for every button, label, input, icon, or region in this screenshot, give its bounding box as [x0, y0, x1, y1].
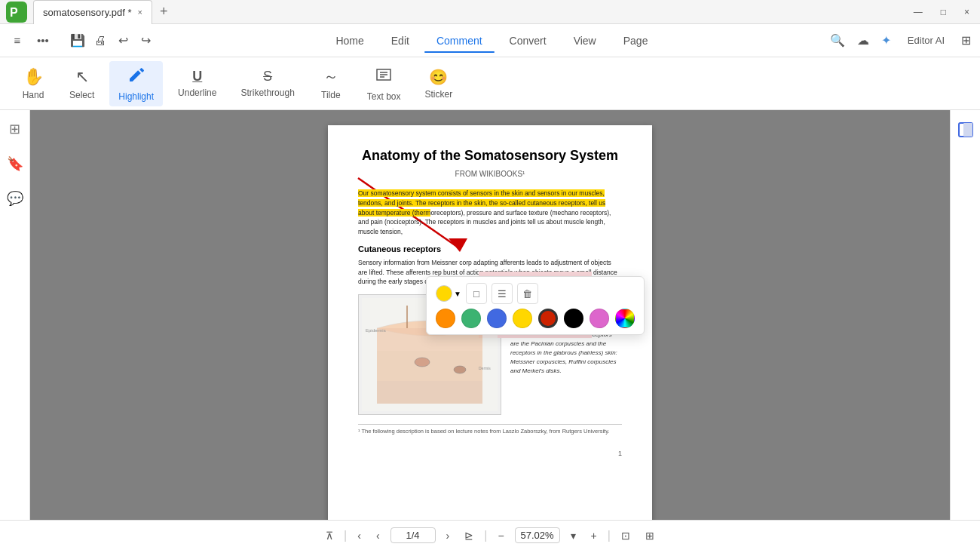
cloud-btn[interactable]: ☁ [854, 30, 872, 51]
titlebar: P somatosensory.pdf * × + — □ × [0, 0, 980, 24]
tilde-tool-btn[interactable]: ～ Tilde [310, 62, 352, 105]
main-nav: Home Edit Comment Convert View Page [157, 30, 827, 51]
left-sidebar: ⊞ 🔖 💬 [0, 110, 30, 520]
nav-page[interactable]: Page [611, 30, 660, 51]
editor-ai-label: Editor AI [908, 35, 945, 46]
strikethrough-tool-btn[interactable]: S Strikethrough [231, 64, 303, 103]
tilde-label: Tilde [321, 90, 341, 100]
zoom-level-input[interactable] [515, 527, 560, 543]
svg-text:Epidermis: Epidermis [366, 328, 386, 333]
zoom-out-btn[interactable]: − [493, 527, 508, 545]
maximize-btn[interactable]: □ [936, 5, 951, 19]
pdf-footnote: ¹ The following description is based on … [358, 424, 622, 435]
color-selector[interactable]: ▼ [436, 285, 461, 302]
go-last-page-btn[interactable]: ⊵ [460, 527, 478, 545]
textbox-label: Text box [367, 91, 401, 102]
svg-text:Dermis: Dermis [479, 366, 491, 370]
popup-delete-btn[interactable]: 🗑 [517, 283, 538, 304]
select-icon: ↖ [75, 67, 89, 87]
color-black[interactable] [564, 309, 583, 328]
menubar-left: ≡ ••• [6, 29, 54, 52]
save-btn[interactable]: 💾 [66, 29, 89, 52]
color-green[interactable] [461, 309, 481, 328]
popup-note-btn[interactable]: ☰ [492, 283, 513, 304]
highlighted-content: Our somatosensory system consists of sen… [358, 189, 605, 217]
highlight-icon [127, 66, 145, 88]
nav-view[interactable]: View [562, 30, 608, 51]
color-yellow[interactable] [513, 309, 532, 328]
search-btn[interactable]: 🔍 [827, 30, 848, 51]
main-content: ⊞ 🔖 💬 Anatomy of the Somatosensory Syste… [0, 110, 980, 520]
divider-1: | [344, 529, 347, 542]
right-sidebar [950, 110, 980, 520]
hand-tool-btn[interactable]: ✋ Hand [12, 63, 54, 105]
print-btn[interactable]: 🖨 [89, 29, 112, 52]
page-number: 1 [358, 450, 622, 457]
nav-prev-btn[interactable]: ‹ [372, 527, 384, 545]
next-page-btn[interactable]: › [442, 527, 455, 545]
editor-ai-btn[interactable]: Editor AI [900, 32, 952, 49]
minimize-btn[interactable]: — [909, 5, 927, 19]
highlight-tool-btn[interactable]: Highlight [109, 61, 163, 106]
page-number-input[interactable]: 1/4 [390, 527, 436, 543]
color-dropdown-icon[interactable]: ▼ [454, 290, 461, 298]
hamburger-menu-btn[interactable]: ≡ [6, 29, 29, 52]
svg-point-16 [454, 366, 466, 373]
more-options-btn[interactable]: ••• [32, 29, 54, 52]
prev-page-btn[interactable]: ‹ [353, 527, 366, 545]
tilde-icon: ～ [323, 66, 338, 87]
nav-convert[interactable]: Convert [498, 30, 559, 51]
popup-border-btn[interactable]: □ [466, 283, 487, 304]
redo-btn[interactable]: ↪ [134, 29, 157, 52]
sticker-tool-btn[interactable]: 😊 Sticker [416, 63, 462, 104]
color-red[interactable] [538, 309, 558, 328]
active-tab[interactable]: somatosensory.pdf * × [33, 0, 152, 24]
svg-rect-11 [377, 381, 482, 404]
pdf-body-text: Our somatosensory system consists of sen… [358, 189, 622, 237]
menubar: ≡ ••• 💾 🖨 ↩ ↪ Home Edit Comment Convert … [0, 24, 980, 57]
pdf-source: FROM WIKIBOOKS¹ [358, 170, 622, 178]
sidebar-comment-icon[interactable]: 💬 [2, 186, 28, 211]
divider-2: | [484, 529, 487, 542]
undo-btn[interactable]: ↩ [112, 29, 134, 52]
zoom-dropdown-btn[interactable]: ▾ [566, 527, 580, 545]
statusbar: ⊼ | ‹ ‹ 1/4 › ⊵ | − ▾ + | ⊡ ⊞ [0, 520, 980, 550]
svg-rect-10 [377, 351, 482, 381]
popup-toolbar: ▼ □ ☰ 🗑 [436, 283, 635, 304]
expand-menu-btn[interactable]: ⊞ [958, 30, 974, 51]
svg-text:P: P [10, 6, 18, 19]
tab-close-btn[interactable]: × [138, 8, 142, 17]
color-orange[interactable] [436, 309, 455, 328]
hand-label: Hand [23, 90, 44, 100]
window-controls: — □ × [909, 5, 974, 19]
go-first-page-btn[interactable]: ⊼ [321, 527, 338, 545]
fullscreen-btn[interactable]: ⊞ [641, 527, 659, 545]
color-rainbow[interactable] [615, 309, 635, 328]
nav-edit[interactable]: Edit [379, 30, 421, 51]
pdf-container[interactable]: Anatomy of the Somatosensory System FROM… [30, 110, 950, 520]
color-pink[interactable] [590, 309, 609, 328]
comment-toolbar: ✋ Hand ↖ Select Highlight U Underline S … [0, 57, 980, 110]
color-picker-popup: ▼ □ ☰ 🗑 [426, 276, 645, 335]
svg-rect-20 [963, 123, 972, 137]
close-btn[interactable]: × [960, 5, 974, 19]
right-panel-icon[interactable] [952, 116, 979, 148]
pdf-doc-title: Anatomy of the Somatosensory System [358, 148, 622, 164]
nav-comment[interactable]: Comment [424, 30, 495, 51]
zoom-in-btn[interactable]: + [586, 527, 602, 545]
current-color-swatch[interactable] [436, 285, 452, 302]
sticker-icon: 😊 [429, 68, 448, 86]
nav-home[interactable]: Home [323, 30, 375, 51]
textbox-icon [375, 66, 393, 88]
sidebar-thumbnail-icon[interactable]: ⊞ [5, 116, 25, 142]
sidebar-bookmark-icon[interactable]: 🔖 [2, 151, 28, 177]
new-tab-btn[interactable]: + [155, 4, 173, 20]
color-blue[interactable] [487, 309, 507, 328]
fit-page-btn[interactable]: ⊡ [617, 527, 635, 545]
divider-3: | [608, 529, 611, 542]
underline-tool-btn[interactable]: U Underline [169, 64, 225, 103]
tab-bar: somatosensory.pdf * × + [33, 0, 909, 24]
select-tool-btn[interactable]: ↖ Select [60, 63, 103, 105]
hand-icon: ✋ [23, 67, 44, 87]
textbox-tool-btn[interactable]: Text box [358, 61, 410, 106]
